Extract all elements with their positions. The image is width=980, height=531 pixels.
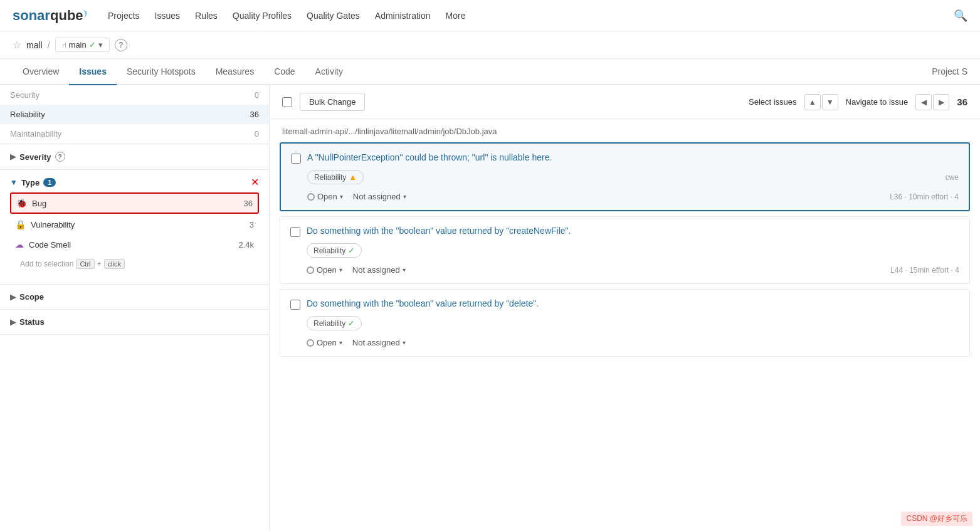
main-layout: Security 0 Reliability 36 Maintainabilit… xyxy=(0,85,980,531)
type-title: ▼ Type 1 xyxy=(10,178,56,187)
issue-card-1[interactable]: A "NullPointerException" could be thrown… xyxy=(280,142,970,211)
issue-3-title[interactable]: Do something with the "boolean" value re… xyxy=(307,298,959,308)
issue-2-meta: L44 · 15min effort · 4 xyxy=(890,266,959,275)
branch-icon: ⑁ xyxy=(62,41,66,50)
status-chevron-icon-2: ▾ xyxy=(339,266,342,273)
issue-2-footer: Open ▾ Not assigned ▾ L44 · 15min effort… xyxy=(307,265,959,275)
issue-1-meta: L36 · 10min effort · 4 xyxy=(890,192,959,201)
issue-card-1-header: A "NullPointerException" could be thrown… xyxy=(291,152,959,164)
issue-1-title[interactable]: A "NullPointerException" could be thrown… xyxy=(307,152,959,162)
watermark: CSDN @好乡可乐 xyxy=(901,512,972,526)
scope-filter-header[interactable]: ▶ Scope xyxy=(10,292,259,302)
bug-label: Bug xyxy=(32,199,46,208)
tab-overview[interactable]: Overview xyxy=(13,59,69,85)
issue-card-3[interactable]: Do something with the "boolean" value re… xyxy=(280,289,970,357)
tab-measures[interactable]: Measures xyxy=(206,59,264,85)
assign-chevron-icon-3: ▾ xyxy=(403,339,406,346)
issue-3-footer: Open ▾ Not assigned ▾ xyxy=(307,338,959,347)
navigate-issue-nav: ◀ ▶ xyxy=(915,94,949,110)
issue-1-footer: Open ▾ Not assigned ▾ L36 · 10min effort… xyxy=(307,192,959,201)
tab-bar: Overview Issues Security Hotspots Measur… xyxy=(0,59,980,85)
tab-security-hotspots[interactable]: Security Hotspots xyxy=(117,59,206,85)
tab-project-s[interactable]: Project S xyxy=(932,59,967,84)
bug-count: 36 xyxy=(244,199,253,208)
category-reliability-count: 36 xyxy=(250,110,259,119)
codesmell-label: Code Smell xyxy=(29,240,71,250)
issue-2-status-btn[interactable]: Open ▾ xyxy=(307,265,342,275)
nav-more[interactable]: More xyxy=(446,11,466,21)
svg-text:sonar: sonar xyxy=(13,8,50,23)
status-filter: ▶ Status xyxy=(0,310,269,335)
project-name[interactable]: mall xyxy=(26,40,43,50)
severity-help-icon[interactable]: ? xyxy=(55,152,65,162)
nav-rules[interactable]: Rules xyxy=(195,11,218,21)
tab-activity[interactable]: Activity xyxy=(305,59,353,85)
category-security-label: Security xyxy=(10,90,40,100)
nav-quality-profiles[interactable]: Quality Profiles xyxy=(233,11,292,21)
category-maintainability-count: 0 xyxy=(255,129,259,139)
category-reliability[interactable]: Reliability 36 xyxy=(0,105,269,124)
vulnerability-icon: 🔒 xyxy=(15,219,26,229)
issue-1-checkbox[interactable] xyxy=(291,154,301,164)
issue-1-reliability-badge[interactable]: Reliability ▲ xyxy=(307,170,364,184)
logo[interactable]: sonar qube xyxy=(13,6,88,25)
scope-title: ▶ Scope xyxy=(10,292,44,302)
issue-card-2[interactable]: Do something with the "boolean" value re… xyxy=(280,216,970,284)
type-vulnerability-item[interactable]: 🔒 Vulnerability 3 xyxy=(10,215,259,234)
select-issues-label: Select issues xyxy=(749,97,797,107)
type-codesmell-item[interactable]: ☁ Code Smell 2.4k xyxy=(10,235,259,254)
status-chevron-icon-3: ▾ xyxy=(339,339,342,346)
status-chevron-icon: ▾ xyxy=(340,193,343,200)
nav-projects[interactable]: Projects xyxy=(108,11,140,21)
help-icon[interactable]: ? xyxy=(115,39,127,51)
select-next-btn[interactable]: ▼ xyxy=(822,94,838,110)
status-circle-icon-3 xyxy=(307,339,314,347)
nav-administration[interactable]: Administration xyxy=(375,11,431,21)
issues-toolbar: Bulk Change Select issues ▲ ▼ Navigate t… xyxy=(270,85,980,119)
tab-code[interactable]: Code xyxy=(264,59,305,85)
bug-icon: 🐞 xyxy=(16,198,27,208)
issue-2-title[interactable]: Do something with the "boolean" value re… xyxy=(307,226,959,236)
issue-1-status-btn[interactable]: Open ▾ xyxy=(307,192,343,201)
issue-3-status-btn[interactable]: Open ▾ xyxy=(307,338,342,347)
severity-title: ▶ Severity ? xyxy=(10,152,65,162)
issue-1-assign-btn[interactable]: Not assigned ▾ xyxy=(353,192,406,201)
issue-3-checkbox[interactable] xyxy=(290,300,300,310)
top-nav: sonar qube Projects Issues Rules Quality… xyxy=(0,0,980,31)
issue-3-reliability-badge[interactable]: Reliability ✓ xyxy=(307,316,362,330)
issue-3-assign-btn[interactable]: Not assigned ▾ xyxy=(352,338,406,347)
bulk-change-button[interactable]: Bulk Change xyxy=(300,93,365,111)
issue-2-checkbox[interactable] xyxy=(290,227,300,237)
codesmell-icon: ☁ xyxy=(15,239,24,250)
category-security-count: 0 xyxy=(255,90,259,100)
status-circle-icon xyxy=(307,193,315,201)
check-icon: ✓ xyxy=(348,246,355,255)
issue-2-reliability-badge[interactable]: Reliability ✓ xyxy=(307,243,362,258)
navigate-prev-btn[interactable]: ◀ xyxy=(915,94,932,110)
nav-quality-gates[interactable]: Quality Gates xyxy=(307,11,360,21)
nav-issues[interactable]: Issues xyxy=(155,11,180,21)
type-filter-badge: 1 xyxy=(43,178,56,187)
select-issues-nav: ▲ ▼ xyxy=(804,94,838,110)
favorite-icon[interactable]: ☆ xyxy=(13,39,21,51)
issue-2-assign-btn[interactable]: Not assigned ▾ xyxy=(352,265,406,275)
severity-filter-header[interactable]: ▶ Severity ? xyxy=(10,152,259,162)
scope-filter: ▶ Scope xyxy=(0,285,269,310)
bulk-select-checkbox[interactable] xyxy=(282,97,292,107)
search-icon[interactable]: 🔍 xyxy=(954,9,967,23)
status-filter-header[interactable]: ▶ Status xyxy=(10,317,259,327)
type-bug-item[interactable]: 🐞 Bug 36 xyxy=(10,192,259,214)
status-title: ▶ Status xyxy=(10,317,45,327)
category-security[interactable]: Security 0 xyxy=(0,85,269,105)
select-prev-btn[interactable]: ▲ xyxy=(804,94,821,110)
issue-1-cwe: cwe xyxy=(946,173,959,182)
navigate-next-btn[interactable]: ▶ xyxy=(933,94,949,110)
type-filter-clear[interactable]: ✕ xyxy=(251,177,259,187)
issue-1-tags: Reliability ▲ cwe xyxy=(307,170,959,184)
type-filter-header[interactable]: ▼ Type 1 ✕ xyxy=(10,177,259,187)
issue-3-tags: Reliability ✓ xyxy=(307,316,959,330)
tab-issues[interactable]: Issues xyxy=(69,59,117,85)
type-filter: ▼ Type 1 ✕ 🐞 Bug 36 🔒 Vulnerability xyxy=(0,170,269,285)
branch-selector[interactable]: ⑁ main ✓ ▾ xyxy=(55,38,110,52)
category-maintainability[interactable]: Maintainability 0 xyxy=(0,124,269,144)
